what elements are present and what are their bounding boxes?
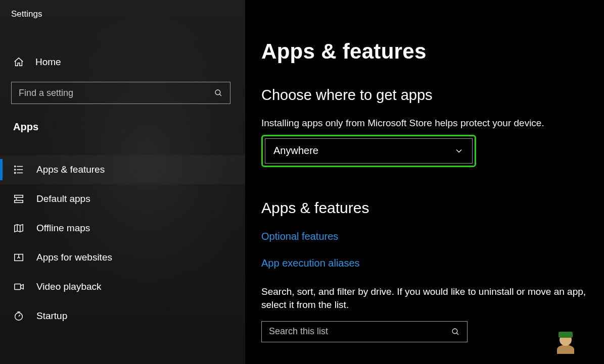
sidebar-item-label: Offline maps bbox=[36, 223, 90, 234]
app-execution-aliases-link[interactable]: App execution aliases bbox=[261, 257, 604, 269]
highlight-box: Anywhere bbox=[261, 135, 476, 167]
sidebar-item-label: Default apps bbox=[36, 193, 90, 204]
main-content: Apps & features Choose where to get apps… bbox=[245, 0, 604, 364]
sidebar-item-apps-websites[interactable]: Apps for websites bbox=[0, 243, 245, 272]
defaults-icon bbox=[13, 193, 24, 204]
sidebar-section-label: Apps bbox=[0, 109, 245, 133]
svg-point-6 bbox=[15, 169, 16, 170]
dropdown-value: Anywhere bbox=[273, 145, 318, 157]
sidebar-search-wrap: Find a setting bbox=[0, 75, 245, 109]
sidebar: Settings Home Find a setting Apps Apps &… bbox=[0, 0, 245, 364]
svg-line-21 bbox=[456, 333, 458, 335]
svg-point-7 bbox=[15, 172, 16, 173]
sidebar-item-label: Video playback bbox=[36, 281, 102, 292]
sidebar-search-placeholder: Find a setting bbox=[19, 88, 214, 98]
page-title: Apps & features bbox=[261, 39, 604, 64]
chevron-down-icon bbox=[454, 146, 464, 156]
svg-line-1 bbox=[219, 94, 221, 96]
map-icon bbox=[13, 223, 24, 234]
svg-rect-15 bbox=[15, 284, 21, 290]
features-help-text: Search, sort, and filter by drive. If yo… bbox=[261, 285, 600, 312]
section-features-heading: Apps & features bbox=[261, 199, 604, 217]
app-list-search-input[interactable]: Search this list bbox=[261, 321, 468, 342]
video-icon bbox=[13, 281, 24, 292]
svg-rect-8 bbox=[15, 195, 23, 198]
search-icon bbox=[214, 88, 223, 97]
avatar bbox=[554, 332, 577, 354]
sidebar-item-video-playback[interactable]: Video playback bbox=[0, 272, 245, 301]
sidebar-item-startup[interactable]: Startup bbox=[0, 301, 245, 331]
optional-features-link[interactable]: Optional features bbox=[261, 231, 604, 242]
list-icon bbox=[13, 164, 24, 175]
app-source-dropdown[interactable]: Anywhere bbox=[265, 138, 473, 164]
svg-rect-9 bbox=[15, 200, 23, 203]
search-icon bbox=[451, 327, 460, 336]
websites-icon bbox=[13, 252, 24, 263]
sidebar-item-offline-maps[interactable]: Offline maps bbox=[0, 214, 245, 243]
sidebar-item-label: Apps for websites bbox=[36, 252, 112, 263]
svg-line-18 bbox=[19, 315, 20, 317]
section-choose-help: Installing apps only from Microsoft Stor… bbox=[261, 117, 595, 130]
sidebar-item-label: Apps & features bbox=[36, 164, 105, 175]
svg-point-0 bbox=[215, 90, 220, 95]
app-list-search-placeholder: Search this list bbox=[269, 326, 451, 337]
section-choose-heading: Choose where to get apps bbox=[261, 87, 604, 103]
sidebar-nav: Apps & features Default apps Offline map… bbox=[0, 155, 245, 331]
startup-icon bbox=[13, 310, 24, 322]
window-title: Settings bbox=[0, 0, 245, 22]
sidebar-home-label: Home bbox=[35, 57, 61, 68]
sidebar-home[interactable]: Home bbox=[0, 49, 245, 75]
sidebar-item-default-apps[interactable]: Default apps bbox=[0, 184, 245, 214]
svg-point-5 bbox=[15, 166, 16, 167]
sidebar-search-input[interactable]: Find a setting bbox=[11, 82, 230, 104]
sidebar-item-apps-features[interactable]: Apps & features bbox=[0, 155, 245, 184]
home-icon bbox=[13, 57, 24, 68]
sidebar-item-label: Startup bbox=[36, 310, 67, 322]
svg-marker-16 bbox=[21, 284, 23, 289]
svg-point-20 bbox=[452, 329, 457, 334]
